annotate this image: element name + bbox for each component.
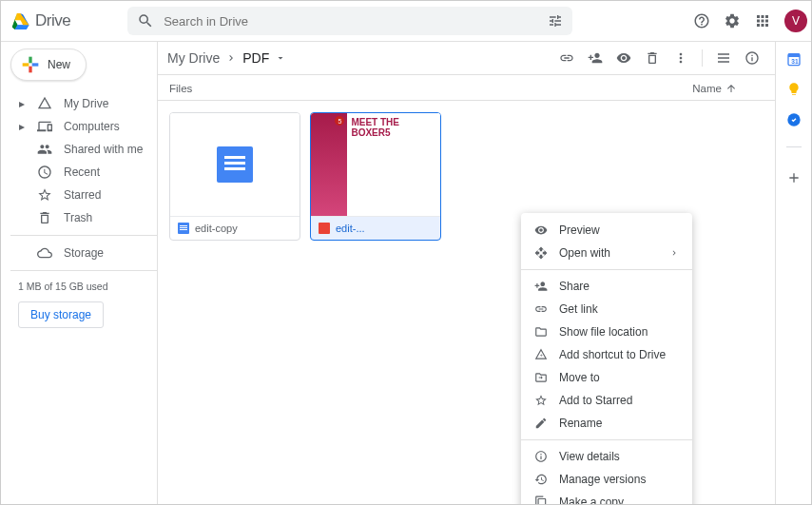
star-icon (37, 187, 52, 203)
history-icon (534, 473, 548, 486)
doc-type-icon (178, 223, 189, 234)
drive-icon (10, 13, 29, 29)
shared-icon (37, 142, 52, 157)
menu-show-location[interactable]: Show file location (521, 320, 692, 343)
sidebar-item-starred[interactable]: Starred (10, 184, 157, 206)
file-card[interactable]: edit-copy (169, 112, 300, 241)
sidebar-item-my-drive[interactable]: ▸My Drive (10, 92, 157, 115)
breadcrumb: My Drive PDF (167, 50, 286, 66)
move-icon (534, 371, 548, 384)
plus-icon (21, 55, 40, 74)
keep-icon[interactable] (786, 82, 802, 97)
drive-logo[interactable]: Drive (10, 11, 70, 30)
menu-add-shortcut[interactable]: +Add shortcut to Drive (521, 343, 692, 366)
menu-make-copy[interactable]: Make a copy (521, 491, 692, 505)
menu-open-with[interactable]: Open with (521, 242, 692, 264)
menu-rename[interactable]: Rename (521, 412, 692, 435)
gear-icon[interactable] (724, 12, 741, 29)
copy-icon (534, 495, 548, 505)
pdf-thumb-title: MEET THE BOXER5 (351, 117, 436, 138)
svg-text:31: 31 (791, 58, 799, 65)
storage-usage: 1 MB of 15 GB used (10, 277, 157, 292)
person-add-icon[interactable] (588, 50, 603, 66)
eye-icon (534, 223, 548, 237)
sidebar-item-trash[interactable]: Trash (10, 206, 157, 229)
info-icon[interactable] (744, 50, 760, 66)
file-name: edit-copy (195, 223, 238, 234)
edit-icon (534, 417, 548, 430)
file-card[interactable]: MEET THE BOXER5 edit-... (310, 112, 441, 241)
drive-nav-icon (37, 96, 52, 111)
delete-icon[interactable] (645, 50, 660, 66)
shortcut-icon: + (534, 348, 548, 361)
apps-icon[interactable] (754, 12, 771, 29)
preview-icon[interactable] (616, 50, 631, 66)
recent-icon (37, 165, 52, 180)
more-icon[interactable] (673, 50, 688, 66)
sidebar-item-recent[interactable]: Recent (10, 161, 157, 184)
sidebar-item-shared[interactable]: Shared with me (10, 138, 157, 161)
menu-view-details[interactable]: View details (521, 445, 692, 468)
info-icon (534, 450, 548, 463)
side-panel: 31 (775, 42, 811, 504)
menu-get-link[interactable]: Get link (521, 298, 692, 320)
tune-icon[interactable] (548, 13, 563, 29)
help-icon[interactable] (693, 12, 710, 29)
menu-preview[interactable]: Preview (521, 219, 692, 242)
open-with-icon (534, 246, 548, 260)
search-icon (137, 12, 154, 29)
folder-icon (534, 325, 548, 339)
search-bar[interactable] (127, 7, 572, 35)
star-icon (534, 394, 548, 407)
sidebar-item-storage[interactable]: Storage (10, 242, 157, 264)
dropdown-icon[interactable] (275, 52, 286, 64)
file-name: edit-... (336, 223, 365, 234)
new-button[interactable]: New (10, 49, 87, 81)
pdf-type-icon (319, 223, 330, 234)
files-label: Files (169, 83, 192, 94)
context-menu: Preview Open with Share Get link Show fi… (521, 213, 692, 505)
buy-storage-button[interactable]: Buy storage (18, 301, 104, 328)
cloud-icon (37, 245, 52, 261)
calendar-icon[interactable]: 31 (786, 51, 802, 67)
link-icon[interactable] (559, 50, 574, 66)
chevron-right-icon (225, 52, 237, 64)
search-input[interactable] (164, 14, 548, 29)
arrow-up-icon (725, 83, 737, 94)
link-icon (534, 302, 548, 316)
chevron-right-icon (669, 248, 679, 258)
tasks-icon[interactable] (786, 112, 802, 127)
breadcrumb-current[interactable]: PDF (242, 50, 269, 66)
computers-icon (37, 119, 52, 134)
svg-rect-6 (788, 54, 800, 57)
new-label: New (48, 58, 70, 71)
app-name: Drive (35, 11, 70, 30)
person-add-icon (534, 280, 548, 293)
menu-share[interactable]: Share (521, 275, 692, 298)
sidebar: New ▸My Drive ▸Computers Shared with me … (1, 42, 157, 504)
name-column[interactable]: Name (692, 83, 737, 94)
trash-icon (37, 210, 52, 225)
menu-manage-versions[interactable]: Manage versions (521, 468, 692, 491)
sidebar-item-computers[interactable]: ▸Computers (10, 115, 157, 138)
menu-move-to[interactable]: Move to (521, 366, 692, 389)
doc-thumbnail-icon (217, 146, 253, 183)
avatar[interactable]: V (784, 10, 807, 32)
breadcrumb-root[interactable]: My Drive (167, 50, 220, 66)
svg-text:+: + (540, 352, 543, 358)
list-view-icon[interactable] (716, 50, 731, 66)
menu-add-starred[interactable]: Add to Starred (521, 389, 692, 412)
add-icon[interactable] (786, 170, 802, 185)
